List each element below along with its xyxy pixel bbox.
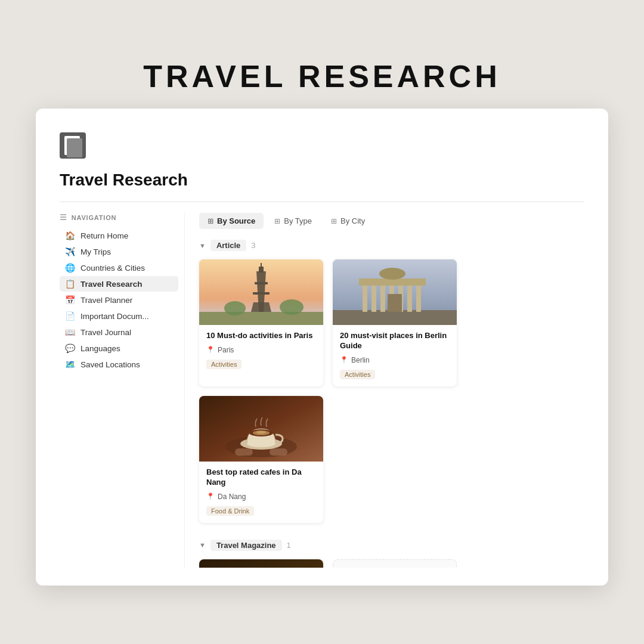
- magazine-section-header: ▼ Travel Magazine 1: [199, 540, 584, 551]
- svg-marker-5: [251, 302, 271, 312]
- magazine-toggle[interactable]: ▼: [199, 541, 206, 549]
- svg-rect-3: [255, 282, 268, 284]
- svg-rect-12: [363, 283, 367, 312]
- sidebar-label-return-home: Return Home: [80, 231, 128, 240]
- card-danang-cafe-city: Da Nang: [218, 493, 246, 501]
- tab-label-by-type: By Type: [284, 216, 312, 225]
- card-danang-cafe[interactable]: Best top rated cafes in Da Nang 📍 Da Nan…: [199, 396, 323, 523]
- sidebar-label-important-documents: Important Docum...: [80, 312, 149, 321]
- app-icon: [60, 132, 86, 159]
- tab-by-city[interactable]: ⊞ By City: [323, 213, 373, 229]
- sidebar-label-languages: Languages: [80, 344, 120, 353]
- main-content: ⊞ By Source ⊞ By Type ⊞ By City ▼ Art: [185, 213, 584, 568]
- nav-header: ☰ Navigation: [60, 213, 178, 222]
- outer-wrapper: TRAVEL RESEARCH Travel Research ☰ Naviga…: [0, 0, 644, 644]
- sidebar-item-languages[interactable]: 💬 Languages: [60, 340, 178, 356]
- new-card-button[interactable]: + + New: [333, 559, 457, 568]
- food-image-svg: [199, 559, 323, 568]
- card-miquang[interactable]: Best Mi Quang places in Da Nang 📍 Da Nan…: [199, 559, 323, 568]
- map-icon: 🗺️: [64, 360, 75, 369]
- paris-image-svg: [199, 259, 323, 325]
- card-berlin[interactable]: 20 must-visit places in Berlin Guide 📍 B…: [333, 259, 457, 386]
- card-berlin-tag: Activities: [340, 370, 375, 379]
- grid-icon-type: ⊞: [274, 217, 280, 225]
- card-paris-body: 10 Must-do activities in Paris 📍 Paris A…: [199, 325, 323, 376]
- header-divider: [60, 202, 584, 202]
- nav-header-label: Navigation: [72, 214, 116, 221]
- sidebar-item-my-trips[interactable]: ✈️ My Trips: [60, 244, 178, 259]
- sidebar-item-return-home[interactable]: 🏠 Return Home: [60, 228, 178, 243]
- svg-rect-14: [380, 283, 385, 312]
- card-paris-title: 10 Must-do activities in Paris: [206, 331, 316, 341]
- chat-icon: 💬: [64, 343, 75, 353]
- sidebar-label-my-trips: My Trips: [80, 247, 111, 256]
- article-toggle[interactable]: ▼: [199, 242, 206, 249]
- plane-icon: ✈️: [64, 247, 75, 256]
- sidebar-label-travel-journal: Travel Journal: [80, 328, 131, 337]
- grid-icon-source: ⊞: [208, 217, 213, 225]
- tab-by-type[interactable]: ⊞ By Type: [266, 213, 320, 229]
- tab-label-by-city: By City: [340, 216, 365, 225]
- location-pin-icon-paris: 📍: [206, 346, 215, 354]
- svg-point-29: [256, 431, 266, 434]
- sidebar-item-important-documents[interactable]: 📄 Important Docum...: [60, 308, 178, 324]
- app-header: Travel Research: [60, 132, 584, 190]
- card-berlin-title: 20 must-visit places in Berlin Guide: [340, 331, 450, 351]
- hamburger-icon: ☰: [60, 213, 67, 222]
- card-paris[interactable]: 10 Must-do activities in Paris 📍 Paris A…: [199, 259, 323, 386]
- app-window: Travel Research ☰ Navigation 🏠 Return Ho…: [36, 109, 608, 586]
- sidebar-label-countries-cities: Countries & Cities: [80, 264, 145, 273]
- main-layout: ☰ Navigation 🏠 Return Home ✈️ My Trips 🌐…: [60, 213, 584, 568]
- card-paris-city: Paris: [218, 346, 234, 354]
- sidebar-item-travel-research[interactable]: 📋 Travel Research: [60, 276, 178, 292]
- sidebar-label-travel-planner: Travel Planner: [80, 296, 132, 305]
- card-berlin-location: 📍 Berlin: [340, 356, 450, 364]
- svg-rect-13: [371, 283, 376, 312]
- svg-rect-18: [416, 283, 421, 312]
- sidebar-item-countries-cities[interactable]: 🌐 Countries & Cities: [60, 260, 178, 275]
- card-miquang-image: [199, 559, 323, 568]
- grid-icon-city: ⊞: [331, 217, 337, 225]
- location-pin-icon-berlin: 📍: [340, 356, 348, 364]
- app-doc-title: Travel Research: [60, 171, 188, 190]
- sidebar-label-travel-research: Travel Research: [80, 280, 143, 289]
- svg-rect-21: [385, 269, 400, 274]
- sidebar: ☰ Navigation 🏠 Return Home ✈️ My Trips 🌐…: [60, 213, 185, 568]
- sidebar-label-saved-locations: Saved Locations: [80, 360, 140, 369]
- article-section-label: Article: [210, 240, 246, 251]
- card-berlin-body: 20 must-visit places in Berlin Guide 📍 B…: [333, 325, 457, 386]
- berlin-image-svg: [333, 259, 457, 325]
- svg-rect-32: [199, 559, 323, 568]
- page-title: TRAVEL RESEARCH: [143, 58, 500, 94]
- article-count: 3: [251, 241, 255, 250]
- svg-point-8: [224, 301, 246, 315]
- svg-rect-31: [270, 448, 287, 456]
- card-danang-cafe-tag: Food & Drink: [206, 506, 254, 516]
- home-icon: 🏠: [64, 231, 75, 240]
- svg-rect-11: [333, 310, 457, 325]
- magazine-count: 1: [287, 541, 291, 550]
- tab-by-source[interactable]: ⊞ By Source: [199, 213, 264, 229]
- tab-label-by-source: By Source: [217, 216, 255, 225]
- magazine-cards-grid: Best Mi Quang places in Da Nang 📍 Da Nan…: [199, 559, 584, 568]
- article-cards-grid: 10 Must-do activities in Paris 📍 Paris A…: [199, 259, 584, 523]
- sidebar-item-saved-locations[interactable]: 🗺️ Saved Locations: [60, 357, 178, 372]
- card-berlin-image: [333, 259, 457, 325]
- svg-rect-17: [407, 283, 412, 312]
- card-paris-location: 📍 Paris: [206, 346, 316, 354]
- svg-rect-22: [388, 294, 402, 312]
- card-danang-cafe-location: 📍 Da Nang: [206, 493, 316, 501]
- journal-icon: 📖: [64, 327, 75, 337]
- card-paris-image: [199, 259, 323, 325]
- article-section-header: ▼ Article 3: [199, 240, 584, 251]
- svg-point-26: [247, 440, 275, 447]
- cafe-image-svg: [199, 396, 323, 462]
- card-danang-cafe-title: Best top rated cafes in Da Nang: [206, 467, 316, 488]
- tabs-bar: ⊞ By Source ⊞ By Type ⊞ By City: [199, 213, 584, 229]
- location-pin-icon-cafe: 📍: [206, 493, 215, 500]
- magazine-section-label: Travel Magazine: [210, 540, 282, 551]
- sidebar-item-travel-planner[interactable]: 📅 Travel Planner: [60, 292, 178, 308]
- clipboard-icon: 📋: [64, 279, 75, 289]
- svg-rect-1: [199, 312, 323, 325]
- sidebar-item-travel-journal[interactable]: 📖 Travel Journal: [60, 324, 178, 340]
